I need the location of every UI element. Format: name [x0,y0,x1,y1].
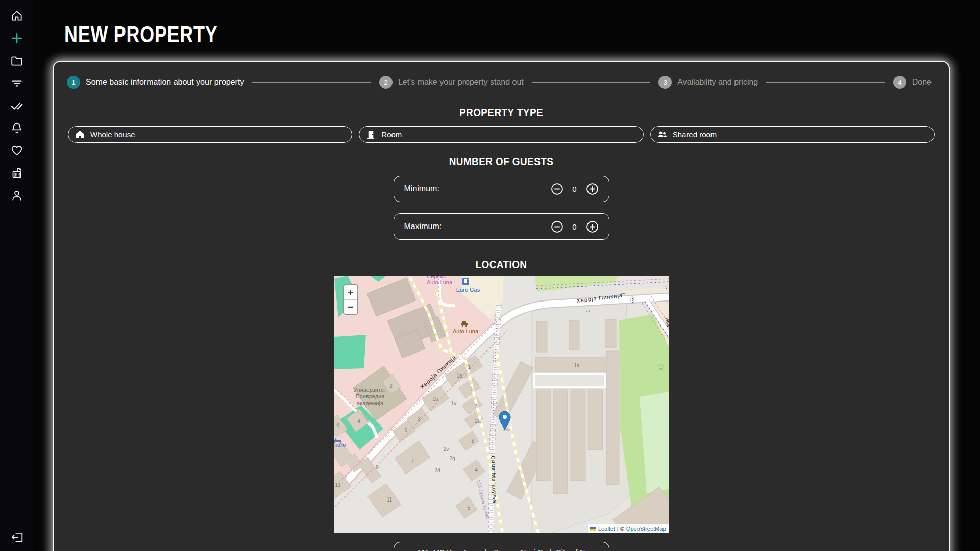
sidebar-item-profile[interactable] [10,189,23,202]
map-label: 7 [411,458,414,464]
step-4-circle: 4 [893,76,906,89]
guests-minimum-label: Minimum: [404,184,551,193]
map-label: 6 [336,422,339,428]
map-label: 2g [449,456,455,461]
door-icon [366,130,376,139]
filter-icon [10,77,23,90]
step-1[interactable]: 1 Some basic information about your prop… [67,76,244,89]
openstreetmap-link[interactable]: OpenStreetMap [626,525,666,532]
map-label: 3 [471,438,474,444]
heart-icon [10,144,23,157]
step-4[interactable]: 4 Done [893,76,932,89]
maximum-increment-button[interactable] [586,220,599,233]
property-type-whole-house[interactable]: Whole house [68,126,352,143]
map-label: 2d [434,468,440,473]
sidebar-item-tasks[interactable] [10,99,23,112]
map-label: 1a [574,363,580,368]
app-window: NEW PROPERTY 1 Some basic information ab… [0,0,980,551]
map-label: 4 [357,418,360,424]
step-1-circle: 1 [67,76,80,89]
fuel-station-icon [462,278,469,285]
map-label: 2 [389,383,393,389]
step-4-label: Done [912,78,932,87]
map-label: 1b [432,396,438,402]
plus-icon [10,32,23,45]
step-3-label: Availability and pricing [677,78,758,87]
zoom-in-button[interactable]: + [344,285,357,299]
stepper: 1 Some basic information about your prop… [54,62,949,89]
traffic-signal-icon [631,297,634,304]
home-icon [10,9,23,22]
folder-icon [10,54,23,67]
fax-icon [10,166,23,180]
minimum-decrement-button[interactable] [551,183,564,195]
people-icon [657,130,667,139]
map-label: 11 [386,497,392,503]
map-label: 2a [475,418,481,424]
map-label: 1v [451,400,456,406]
map-label: Auto Luna [452,328,478,334]
map-label: Auto Luna [426,279,452,285]
map-label: 3 [418,416,421,422]
sidebar-item-favorites[interactable] [10,144,23,157]
sidebar [0,0,33,551]
map-label: 9 [376,465,379,470]
sidebar-item-home[interactable] [10,9,23,22]
guests-maximum-value: 0 [570,222,579,231]
house-icon [75,130,85,139]
sidebar-item-filters[interactable] [10,77,23,90]
map-label: 5 [404,428,407,433]
map-label: 1a [456,373,462,379]
map-zoom-control: + − [343,284,358,315]
step-connector [252,82,371,83]
step-3[interactable]: 3 Availability and pricing [658,76,758,89]
guests-minimum-row: Minimum: 0 [394,176,609,202]
step-1-label: Some basic information about your proper… [86,78,244,87]
map-label: 1 [468,364,471,370]
person-icon [10,189,23,202]
map-label: 4 [475,467,478,473]
minus-circle-icon [551,183,564,195]
step-connector [766,82,885,83]
sidebar-item-properties[interactable] [10,54,23,67]
zoom-out-button[interactable]: − [344,299,357,314]
map-label: 2v [443,446,449,452]
maximum-decrement-button[interactable] [551,220,564,233]
new-property-card: 1 Some basic information about your prop… [53,61,950,551]
step-2-circle: 2 [379,76,393,89]
map-label: 5 [467,505,470,511]
map-label: naro [334,442,346,448]
property-type-heading: PROPERTY TYPE [116,106,886,119]
map-label: Сервис [427,276,446,279]
plus-circle-icon [586,183,599,195]
property-type-label: Whole house [90,130,135,139]
sidebar-item-documents[interactable] [10,166,23,180]
map-label: УниверзитетПривреднаакадемија [354,387,386,406]
plus-circle-icon [586,220,599,233]
map-label: Euro Gas [456,287,480,293]
ukraine-flag-icon [590,527,596,531]
location-heading: LOCATION [116,258,886,271]
property-type-room[interactable]: Room [359,126,643,143]
minimum-increment-button[interactable] [586,183,599,195]
property-type-label: Shared room [673,130,717,139]
guests-maximum-row: Maximum: 0 [394,213,609,240]
step-2[interactable]: 2 Let's make your property stand out [379,76,524,89]
location-map[interactable]: 11a11b1v2352a32v2g2d791113246451a Сервис… [334,276,669,533]
address-field[interactable]: 111, МЗ Иво Андрић, Лиман, Novi Sad, Cit… [394,542,609,551]
logout-icon [10,531,23,544]
map-label: 1 [470,387,473,392]
map-label: 13 [335,482,341,488]
map-attribution: Leaflet | © OpenStreetMap [588,524,669,533]
guests-maximum-label: Maximum: [404,222,551,231]
property-type-label: Room [381,130,402,139]
sidebar-item-notifications[interactable] [10,121,23,135]
property-type-shared-room[interactable]: Shared room [650,126,935,143]
sidebar-item-logout[interactable] [10,531,23,544]
map-label: → [584,306,592,314]
bell-icon [10,121,23,135]
leaflet-link[interactable]: Leaflet [598,525,615,532]
step-3-circle: 3 [658,76,672,89]
sidebar-item-add-property[interactable] [10,32,23,45]
minus-circle-icon [551,220,564,233]
